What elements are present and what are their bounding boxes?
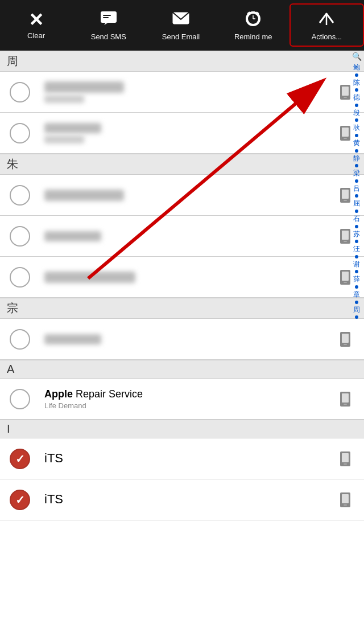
index-item-su[interactable]: 苏 — [353, 229, 360, 240]
index-item-zhang[interactable]: 章 — [353, 289, 360, 300]
phone-icon-container — [331, 450, 359, 467]
contact-checkbox[interactable]: ✓ — [0, 490, 40, 510]
checkmark-icon: ✓ — [15, 453, 25, 465]
table-row[interactable] — [0, 257, 364, 298]
section-header-a: A — [0, 360, 364, 379]
contact-info — [40, 229, 331, 244]
svg-rect-10 — [251, 11, 255, 13]
svg-rect-25 — [342, 272, 349, 281]
send-sms-button[interactable]: Send SMS — [72, 5, 144, 46]
index-item-bao[interactable]: 鲍 — [353, 62, 360, 73]
clear-button[interactable]: ✕ Clear — [0, 6, 72, 44]
phone-icon-container — [331, 391, 359, 408]
contact-checkbox[interactable] — [0, 389, 40, 409]
index-item-wang[interactable]: 汪 — [353, 244, 360, 254]
index-item-qu[interactable]: 屈 — [353, 198, 360, 209]
index-dot — [355, 315, 358, 319]
svg-rect-22 — [342, 231, 349, 240]
svg-rect-0 — [101, 11, 117, 23]
circle-checkbox-checked[interactable]: ✓ — [10, 449, 30, 469]
table-row[interactable]: Apple Repair Service Life Demand — [0, 379, 364, 420]
svg-rect-14 — [344, 97, 347, 98]
contact-checkbox[interactable] — [0, 226, 40, 247]
circle-checkbox[interactable] — [10, 82, 30, 102]
contact-name-its1: iTS — [44, 451, 326, 466]
contact-info — [40, 332, 331, 347]
contact-checkbox[interactable] — [0, 82, 40, 102]
svg-rect-38 — [344, 504, 347, 506]
contact-name-blurred — [44, 123, 101, 133]
index-item-jing[interactable]: 静 — [353, 153, 360, 164]
contact-name-apple: Apple Repair Service — [44, 388, 326, 400]
index-item-shi[interactable]: 石 — [353, 214, 360, 224]
phone-icon-container — [331, 491, 359, 508]
circle-checkbox[interactable] — [10, 185, 30, 206]
index-item-de[interactable]: 德 — [353, 92, 360, 103]
index-item-geng[interactable]: 耿 — [353, 122, 360, 133]
svg-rect-20 — [344, 200, 347, 201]
contact-name-bold: Apple — [44, 388, 73, 400]
circle-checkbox[interactable] — [10, 267, 30, 288]
index-item-huang[interactable]: 黄 — [353, 138, 360, 149]
table-row[interactable] — [0, 72, 364, 113]
contact-detail-blurred — [44, 95, 84, 103]
clear-label: Clear — [27, 31, 45, 40]
contact-subtitle: Life Demand — [44, 401, 326, 410]
remind-me-label: Remind me — [234, 32, 272, 41]
actions-label: Actions... — [312, 32, 342, 41]
send-email-label: Send Email — [162, 32, 200, 41]
circle-checkbox[interactable] — [10, 329, 30, 350]
circle-checkbox[interactable] — [10, 123, 30, 143]
remind-me-button[interactable]: Remind me — [217, 5, 289, 46]
table-row[interactable] — [0, 319, 364, 360]
index-item-zhou[interactable]: 周 — [353, 305, 360, 315]
contact-name-its2: iTS — [44, 492, 326, 507]
contact-name-blurred — [44, 231, 101, 241]
svg-rect-16 — [342, 128, 349, 137]
contact-checkbox[interactable] — [0, 329, 40, 350]
table-row[interactable] — [0, 113, 364, 154]
toolbar: ✕ Clear Send SMS Send Email Remind me — [0, 0, 364, 51]
index-item-liang[interactable]: 梁 — [353, 168, 360, 179]
index-dot — [355, 255, 358, 258]
index-item-duan[interactable]: 段 — [353, 108, 360, 118]
phone-icon-container — [331, 331, 359, 348]
index-dot — [355, 225, 358, 228]
circle-checkbox-checked[interactable]: ✓ — [10, 490, 30, 510]
index-item-xie[interactable]: 谢 — [353, 259, 360, 270]
contact-info: iTS — [40, 490, 331, 510]
circle-checkbox[interactable] — [10, 226, 30, 247]
contact-name-blurred — [44, 81, 124, 93]
actions-button[interactable]: Actions... — [289, 3, 364, 47]
index-dot — [355, 88, 358, 92]
contact-info — [40, 79, 331, 105]
send-email-button[interactable]: Send Email — [144, 5, 217, 46]
table-row[interactable]: ✓ iTS — [0, 438, 364, 479]
search-icon[interactable]: 🔍 — [352, 52, 362, 61]
svg-rect-31 — [342, 393, 349, 403]
circle-checkbox[interactable] — [10, 389, 30, 409]
checkmark-icon: ✓ — [15, 494, 25, 506]
index-dot — [355, 149, 358, 153]
svg-rect-19 — [342, 190, 349, 199]
svg-rect-29 — [344, 344, 347, 345]
index-item-lv[interactable]: 吕 — [353, 183, 360, 194]
index-item-xue[interactable]: 薛 — [353, 274, 360, 285]
contact-info — [40, 121, 331, 146]
table-row[interactable]: ✓ iTS — [0, 479, 364, 520]
phone-icon — [337, 391, 354, 408]
contact-checkbox[interactable] — [0, 185, 40, 206]
table-row[interactable] — [0, 216, 364, 257]
svg-rect-37 — [342, 494, 349, 503]
svg-rect-26 — [344, 282, 347, 283]
section-header-zong: 宗 — [0, 298, 364, 319]
contact-checkbox[interactable] — [0, 123, 40, 143]
index-item-chen[interactable]: 陈 — [353, 77, 360, 88]
contact-checkbox[interactable]: ✓ — [0, 449, 40, 469]
index-dot — [355, 104, 358, 107]
contact-name-blurred — [44, 272, 135, 283]
table-row[interactable] — [0, 175, 364, 216]
alarm-icon — [244, 9, 262, 30]
contact-list: 周 — [0, 51, 364, 624]
contact-checkbox[interactable] — [0, 267, 40, 288]
